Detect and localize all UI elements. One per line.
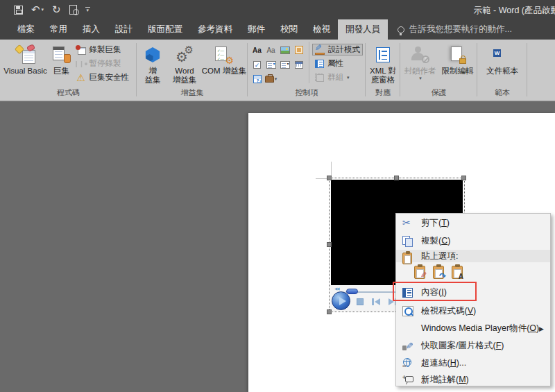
- record-macro-button[interactable]: 錄製巨集: [74, 44, 135, 56]
- undo-button[interactable]: ↶▾: [31, 3, 44, 17]
- resize-handle-top-middle[interactable]: [394, 176, 399, 180]
- group-label-protect: 保護: [400, 87, 477, 98]
- menu-item-format-object[interactable]: ✎ 快取圖案/圖片格式(F): [396, 337, 550, 355]
- tab-insert[interactable]: 插入: [75, 19, 108, 40]
- tab-layout[interactable]: 版面配置: [140, 19, 190, 40]
- visual-basic-icon: [16, 46, 35, 64]
- word-addins-label-1: Word: [173, 67, 197, 76]
- restrict-editing-button[interactable]: 限制編輯: [439, 42, 477, 76]
- document-template-label: 文件範本: [486, 67, 518, 76]
- title-bar: ↶▾ ↻ ▾ 示範 - Word (產品啟動: [0, 0, 555, 19]
- record-macro-icon: [76, 45, 86, 55]
- block-authors-dropdown-icon: ▾: [419, 76, 422, 81]
- menu-item-properties[interactable]: 內容(I): [396, 283, 550, 302]
- group-button: 群組 ▾: [312, 71, 363, 83]
- resize-handle-top-right[interactable]: [461, 176, 466, 180]
- design-mode-icon: ✎: [315, 45, 325, 55]
- seek-slider-thumb[interactable]: [346, 289, 358, 294]
- addins-button[interactable]: 增益集: [138, 42, 167, 85]
- group-label-text: 群組: [327, 72, 343, 83]
- legacy-tools-button[interactable]: ▾: [264, 72, 278, 86]
- tab-view[interactable]: 檢視: [305, 19, 338, 40]
- menu-item-new-comment[interactable]: + 新增註解(M): [396, 372, 550, 387]
- pause-recording-label: 暫停錄製: [89, 58, 121, 69]
- customize-qat-button[interactable]: ▾: [85, 3, 90, 17]
- save-icon: [14, 6, 23, 15]
- document-template-button[interactable]: W 文件範本: [481, 42, 524, 76]
- rich-text-control-button[interactable]: Aa: [250, 43, 264, 57]
- menu-item-cut[interactable]: ✂ 剪下(T): [396, 214, 550, 232]
- properties-button[interactable]: 屬性: [312, 58, 363, 69]
- menu-item-new-comment-label: 新增註解(M): [421, 374, 469, 386]
- design-mode-button[interactable]: ✎ 設計模式: [312, 44, 363, 56]
- visual-basic-label: Visual Basic: [3, 67, 46, 76]
- group-label-mapping: 對應: [366, 87, 400, 98]
- paste-keep-source-formatting-button[interactable]: ✎: [414, 266, 425, 279]
- copy-icon: [402, 236, 412, 246]
- restrict-editing-icon: [450, 46, 466, 64]
- picture-control-icon: [280, 46, 290, 54]
- visual-basic-button[interactable]: Visual Basic: [2, 42, 49, 76]
- tab-review[interactable]: 校閱: [273, 19, 305, 40]
- xml-mapping-label-2: 應窗格: [370, 76, 396, 85]
- tell-me-box[interactable]: 告訴我您想要執行的動作...: [398, 19, 512, 40]
- plain-text-control-icon: Aa: [266, 46, 275, 54]
- resize-handle-bottom-left[interactable]: [327, 309, 332, 314]
- tab-mailings[interactable]: 郵件: [240, 19, 273, 40]
- redo-button[interactable]: ↻: [52, 3, 61, 17]
- com-addins-icon: ⚙: [215, 46, 233, 64]
- block-authors-button: 封鎖作者 ▾: [402, 42, 439, 81]
- stop-button[interactable]: [357, 298, 364, 305]
- menu-item-wmp-object[interactable]: Windows Media Player物件(O) ▶: [396, 320, 550, 337]
- quick-access-toolbar: ↶▾ ↻ ▾: [14, 3, 90, 17]
- legacy-tools-icon: [265, 76, 274, 83]
- tab-references[interactable]: 參考資料: [190, 19, 240, 40]
- date-picker-control-button[interactable]: [292, 58, 305, 71]
- previous-button[interactable]: [372, 298, 380, 305]
- resize-handle-middle-left[interactable]: [327, 242, 332, 247]
- print-preview-button[interactable]: [69, 3, 77, 17]
- undo-dropdown-icon: ▾: [42, 7, 44, 12]
- paste-options-header-label: 貼上選項:: [421, 250, 458, 262]
- lightbulb-icon: [398, 26, 404, 33]
- play-button[interactable]: [332, 291, 350, 310]
- menu-item-view-code[interactable]: 檢視程式碼(V): [396, 302, 550, 320]
- resize-handle-top-left[interactable]: [327, 176, 332, 180]
- save-button[interactable]: [14, 3, 23, 17]
- document-title: 示範 - Word (產品啟動: [474, 5, 555, 17]
- keep-text-only-icon: A: [459, 273, 463, 280]
- menu-item-copy[interactable]: 複製(C): [396, 232, 550, 250]
- macro-security-button[interactable]: ⚠ 巨集安全性: [74, 71, 135, 83]
- submenu-arrow-icon: ▶: [539, 325, 544, 332]
- word-addins-button[interactable]: ⚙⚙ Word增益集: [167, 42, 202, 85]
- menu-item-wmp-object-label: Windows Media Player物件(O): [421, 323, 539, 334]
- tab-home[interactable]: 常用: [42, 19, 75, 40]
- menu-item-copy-label: 複製(C): [421, 235, 450, 247]
- macros-button[interactable]: 巨集: [49, 42, 74, 76]
- tell-me-label: 告訴我您想要執行的動作...: [409, 24, 512, 35]
- drop-down-list-control-button[interactable]: [278, 58, 291, 71]
- plain-text-control-button[interactable]: Aa: [264, 43, 278, 57]
- tab-file[interactable]: 檔案: [10, 19, 42, 40]
- ribbon-group-protect: 封鎖作者 ▾ 限制編輯 保護: [400, 40, 477, 101]
- building-block-control-button[interactable]: [292, 43, 305, 57]
- word-addins-icon: ⚙⚙: [176, 46, 194, 64]
- repeating-section-control-button[interactable]: [250, 72, 264, 86]
- rich-text-control-icon: Aa: [253, 46, 262, 54]
- properties-icon: [315, 60, 324, 68]
- tab-developer[interactable]: 開發人員: [338, 19, 388, 40]
- pause-recording-button: ❙❙● 暫停錄製: [74, 58, 135, 69]
- picture-control-button[interactable]: [278, 43, 291, 57]
- menu-item-format-object-label: 快取圖案/圖片格式(F): [421, 340, 504, 352]
- block-authors-label: 封鎖作者: [404, 67, 436, 76]
- combo-box-control-button[interactable]: [264, 58, 278, 71]
- checkbox-control-button[interactable]: ✓: [250, 58, 264, 71]
- paste-keep-text-only-button[interactable]: A: [452, 266, 463, 279]
- paste-merge-formatting-button[interactable]: ↷: [433, 266, 444, 279]
- tab-design[interactable]: 設計: [108, 19, 140, 40]
- building-block-control-icon: [295, 46, 303, 54]
- com-addins-button[interactable]: ⚙ COM 增益集: [202, 42, 246, 76]
- menu-item-hyperlink-label: 超連結(H)...: [421, 357, 466, 369]
- menu-item-hyperlink[interactable]: ∞ 超連結(H)...: [396, 355, 550, 372]
- xml-mapping-pane-button[interactable]: XML 對應窗格: [367, 42, 399, 85]
